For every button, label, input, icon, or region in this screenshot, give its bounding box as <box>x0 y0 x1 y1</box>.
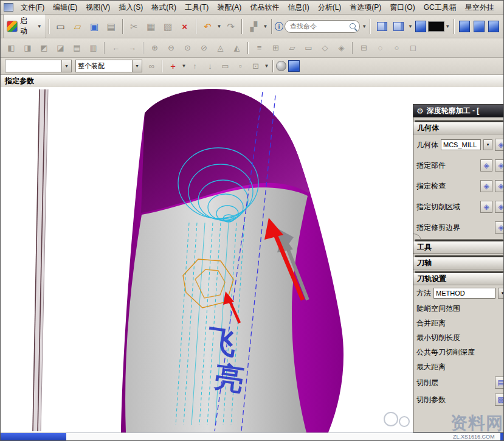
cube-display-icon[interactable] <box>288 60 300 72</box>
wcs-icon[interactable]: ≡ <box>252 41 267 55</box>
menu-file[interactable]: 文件(F) <box>16 1 49 14</box>
datum-tool-icon[interactable]: ▭ <box>301 41 316 55</box>
cutting-levels-button[interactable]: ▤ <box>495 377 504 389</box>
save-button[interactable]: ▣ <box>86 18 102 35</box>
specify-check-button[interactable]: ◈ <box>480 180 492 192</box>
search-icon[interactable] <box>350 23 356 29</box>
new-file-button[interactable]: ▭ <box>53 18 69 35</box>
orient-view-icon[interactable]: ◧ <box>4 41 19 55</box>
layer-visible-icon[interactable]: ▥ <box>86 41 101 55</box>
copy-button[interactable]: ▦ <box>143 18 159 35</box>
chevron-down-icon[interactable]: ▾ <box>483 139 492 150</box>
sketch-char-2[interactable]: 亮 <box>213 360 246 396</box>
chevron-down-icon[interactable]: ▾ <box>498 288 504 299</box>
interpart-link-icon[interactable]: ∞ <box>145 60 159 73</box>
undo-dropdown-icon[interactable]: ▼ <box>216 24 222 29</box>
redo-button[interactable]: ↷ <box>223 18 239 35</box>
specify-part-button[interactable]: ◈ <box>480 159 492 172</box>
machined-face[interactable] <box>125 187 308 432</box>
start-menu-button[interactable]: 启动 ▼ <box>3 14 46 38</box>
specify-cut-area-button[interactable]: ◈ <box>480 201 492 213</box>
window-cascade-button[interactable] <box>391 18 407 35</box>
select-lasso-icon[interactable]: ▫ <box>233 60 247 73</box>
add-component-icon[interactable]: ＋ <box>166 60 180 73</box>
dashed-circle-icon[interactable]: ◌ <box>373 41 388 55</box>
sketch-char-1[interactable]: 飞 <box>205 324 239 359</box>
left-edge-geometry[interactable] <box>33 89 48 431</box>
snap-mid-icon[interactable]: ⊙ <box>180 41 195 55</box>
grid-dropdown-icon[interactable]: ▼ <box>262 24 268 29</box>
section-view-icon[interactable]: ◩ <box>36 41 52 55</box>
selection-scope-combo[interactable]: 整个装配 ▼ <box>75 60 142 72</box>
display-cut-area-button[interactable]: ◈ <box>495 201 504 213</box>
move-up-icon[interactable]: ↑ <box>188 60 202 73</box>
swatch-dropdown-icon[interactable]: ▼ <box>444 24 450 29</box>
shaded-display-icon[interactable] <box>415 21 426 32</box>
grid-snap-icon[interactable]: ⊞ <box>268 41 283 55</box>
back-arrow-icon[interactable]: ← <box>108 41 123 55</box>
snap-center-icon[interactable]: ⊘ <box>196 41 212 55</box>
geometry-combo[interactable]: MCS_MILL <box>441 139 481 150</box>
point-tool-icon[interactable]: ◇ <box>317 41 333 55</box>
snap-end-icon[interactable]: ⊖ <box>164 41 179 55</box>
menu-analysis[interactable]: 分析(L) <box>314 1 346 14</box>
menu-preferences[interactable]: 首选项(P) <box>345 1 385 14</box>
plane-tool-icon[interactable]: ▱ <box>285 41 300 55</box>
window-layout-button[interactable] <box>374 18 390 35</box>
more-tools-icon[interactable]: ◻ <box>406 41 421 55</box>
edit-geometry-button[interactable]: ◈ <box>495 139 504 151</box>
select-rect-icon[interactable]: ▭ <box>218 60 232 73</box>
snap-intersection-icon[interactable]: ◬ <box>213 41 228 55</box>
group-header-tool-axis[interactable]: 刀轴 <box>413 257 504 269</box>
specify-trim-boundary-button[interactable]: ◈ <box>495 221 504 234</box>
menu-view[interactable]: 视图(V) <box>81 1 114 14</box>
model-view-cube-icon[interactable] <box>459 21 470 32</box>
menu-youpin[interactable]: 优品软件 <box>246 1 283 14</box>
dialog-title-bar[interactable]: ⚙ 深度轮廓加工 - [ <box>413 105 504 117</box>
menu-gc-toolbox[interactable]: GC工具箱 <box>419 1 461 14</box>
menu-information[interactable]: 信息(I) <box>283 1 313 14</box>
command-finder[interactable] <box>285 20 360 33</box>
cut-button[interactable]: ✂ <box>126 18 142 35</box>
sphere-display-icon[interactable] <box>276 61 286 71</box>
add-dropdown-icon[interactable]: ▼ <box>181 63 187 69</box>
menu-assembly[interactable]: 装配(A) <box>213 1 246 14</box>
undo-button[interactable]: ↶ <box>200 18 216 35</box>
drafting-cube-icon[interactable] <box>488 21 499 32</box>
snap-quadrant-icon[interactable]: ◭ <box>229 41 244 55</box>
selection-filter-combo[interactable]: ▼ <box>5 60 72 72</box>
search-input[interactable] <box>289 22 347 30</box>
select-box-icon[interactable]: ⊡ <box>249 60 263 73</box>
menu-edit[interactable]: 编辑(E) <box>49 1 81 14</box>
forward-arrow-icon[interactable]: → <box>125 41 140 55</box>
menu-tools[interactable]: 工具(T) <box>181 1 213 14</box>
group-header-geometry[interactable]: 几何体 <box>413 122 504 134</box>
open-file-button[interactable]: ▱ <box>70 18 86 35</box>
group-header-tool[interactable]: 工具 <box>413 241 504 254</box>
assembly-cube-icon[interactable] <box>474 21 485 32</box>
method-combo[interactable]: METHOD <box>433 288 495 299</box>
vector-tool-icon[interactable]: ◈ <box>334 41 349 55</box>
information-icon[interactable]: i <box>275 22 283 31</box>
circle-tool-icon[interactable]: ○ <box>389 41 404 55</box>
group-header-path-settings[interactable]: 刀轨设置 <box>413 273 504 285</box>
menu-starsky-addon[interactable]: 星空外挂 <box>461 1 499 14</box>
select-dropdown-icon[interactable]: ▼ <box>263 63 270 69</box>
chevron-down-icon[interactable]: ▼ <box>132 60 142 72</box>
trim-view-icon[interactable]: ◨ <box>20 41 35 55</box>
display-part-button[interactable]: ◈ <box>495 159 504 172</box>
chevron-down-icon[interactable]: ▼ <box>61 60 71 72</box>
snap-point-icon[interactable]: ⊕ <box>147 41 162 55</box>
search-dropdown-icon[interactable]: ▼ <box>361 24 367 29</box>
clip-section-icon[interactable]: ◪ <box>53 41 68 55</box>
background-color-swatch[interactable] <box>428 21 444 32</box>
layer-settings-icon[interactable]: ▤ <box>69 41 85 55</box>
cutting-parameters-button[interactable]: ▩ <box>495 394 504 406</box>
touch-grid-button[interactable]: ▞ <box>246 18 261 35</box>
menu-insert[interactable]: 插入(S) <box>114 1 147 14</box>
delete-button[interactable]: × <box>177 18 193 35</box>
measure-tool-icon[interactable]: ⊟ <box>356 41 371 55</box>
print-button[interactable]: ▤ <box>103 18 119 35</box>
menu-window[interactable]: 窗口(O) <box>385 1 419 14</box>
move-down-icon[interactable]: ↓ <box>203 60 217 73</box>
